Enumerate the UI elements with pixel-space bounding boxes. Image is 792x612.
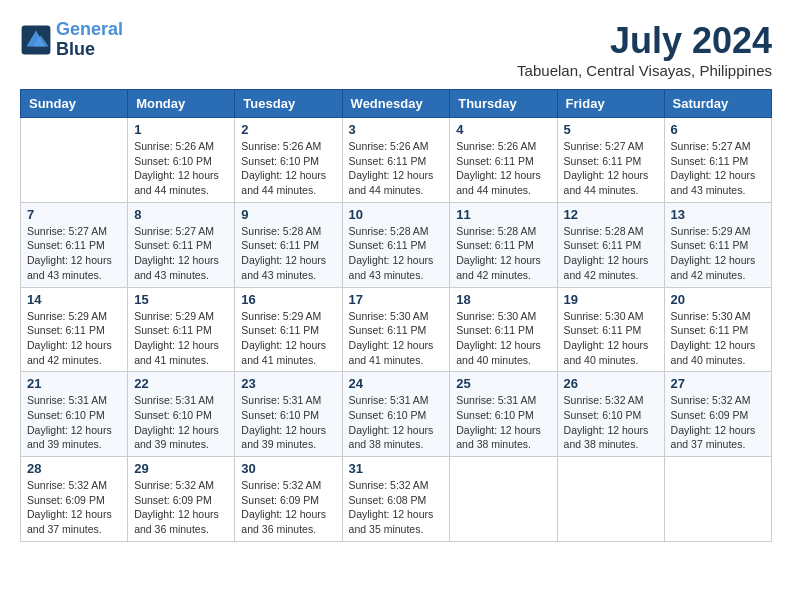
day-cell: 10Sunrise: 5:28 AM Sunset: 6:11 PM Dayli… [342, 202, 450, 287]
day-number: 23 [241, 376, 335, 391]
weekday-header-wednesday: Wednesday [342, 90, 450, 118]
logo-icon [20, 24, 52, 56]
day-info: Sunrise: 5:30 AM Sunset: 6:11 PM Dayligh… [564, 309, 658, 368]
day-info: Sunrise: 5:26 AM Sunset: 6:11 PM Dayligh… [349, 139, 444, 198]
day-info: Sunrise: 5:31 AM Sunset: 6:10 PM Dayligh… [349, 393, 444, 452]
day-info: Sunrise: 5:29 AM Sunset: 6:11 PM Dayligh… [671, 224, 765, 283]
title-block: July 2024 Tabuelan, Central Visayas, Phi… [517, 20, 772, 79]
week-row-4: 21Sunrise: 5:31 AM Sunset: 6:10 PM Dayli… [21, 372, 772, 457]
day-info: Sunrise: 5:28 AM Sunset: 6:11 PM Dayligh… [241, 224, 335, 283]
day-number: 6 [671, 122, 765, 137]
day-cell: 4Sunrise: 5:26 AM Sunset: 6:11 PM Daylig… [450, 118, 557, 203]
day-number: 3 [349, 122, 444, 137]
weekday-header-monday: Monday [128, 90, 235, 118]
day-info: Sunrise: 5:29 AM Sunset: 6:11 PM Dayligh… [134, 309, 228, 368]
day-info: Sunrise: 5:32 AM Sunset: 6:10 PM Dayligh… [564, 393, 658, 452]
day-cell: 25Sunrise: 5:31 AM Sunset: 6:10 PM Dayli… [450, 372, 557, 457]
weekday-header-friday: Friday [557, 90, 664, 118]
day-cell: 18Sunrise: 5:30 AM Sunset: 6:11 PM Dayli… [450, 287, 557, 372]
day-info: Sunrise: 5:31 AM Sunset: 6:10 PM Dayligh… [27, 393, 121, 452]
day-cell: 16Sunrise: 5:29 AM Sunset: 6:11 PM Dayli… [235, 287, 342, 372]
day-info: Sunrise: 5:32 AM Sunset: 6:09 PM Dayligh… [241, 478, 335, 537]
day-info: Sunrise: 5:26 AM Sunset: 6:10 PM Dayligh… [134, 139, 228, 198]
day-cell: 3Sunrise: 5:26 AM Sunset: 6:11 PM Daylig… [342, 118, 450, 203]
month-title: July 2024 [517, 20, 772, 62]
day-number: 19 [564, 292, 658, 307]
day-info: Sunrise: 5:29 AM Sunset: 6:11 PM Dayligh… [27, 309, 121, 368]
day-info: Sunrise: 5:27 AM Sunset: 6:11 PM Dayligh… [134, 224, 228, 283]
day-cell: 6Sunrise: 5:27 AM Sunset: 6:11 PM Daylig… [664, 118, 771, 203]
day-info: Sunrise: 5:32 AM Sunset: 6:08 PM Dayligh… [349, 478, 444, 537]
day-number: 29 [134, 461, 228, 476]
day-cell: 17Sunrise: 5:30 AM Sunset: 6:11 PM Dayli… [342, 287, 450, 372]
day-info: Sunrise: 5:30 AM Sunset: 6:11 PM Dayligh… [671, 309, 765, 368]
day-cell: 20Sunrise: 5:30 AM Sunset: 6:11 PM Dayli… [664, 287, 771, 372]
day-cell: 8Sunrise: 5:27 AM Sunset: 6:11 PM Daylig… [128, 202, 235, 287]
day-cell: 12Sunrise: 5:28 AM Sunset: 6:11 PM Dayli… [557, 202, 664, 287]
day-number: 15 [134, 292, 228, 307]
day-info: Sunrise: 5:32 AM Sunset: 6:09 PM Dayligh… [671, 393, 765, 452]
day-cell [664, 457, 771, 542]
day-number: 16 [241, 292, 335, 307]
day-number: 12 [564, 207, 658, 222]
day-cell: 31Sunrise: 5:32 AM Sunset: 6:08 PM Dayli… [342, 457, 450, 542]
week-row-3: 14Sunrise: 5:29 AM Sunset: 6:11 PM Dayli… [21, 287, 772, 372]
logo: General Blue [20, 20, 123, 60]
day-cell: 22Sunrise: 5:31 AM Sunset: 6:10 PM Dayli… [128, 372, 235, 457]
day-cell: 9Sunrise: 5:28 AM Sunset: 6:11 PM Daylig… [235, 202, 342, 287]
day-info: Sunrise: 5:31 AM Sunset: 6:10 PM Dayligh… [456, 393, 550, 452]
week-row-1: 1Sunrise: 5:26 AM Sunset: 6:10 PM Daylig… [21, 118, 772, 203]
day-info: Sunrise: 5:32 AM Sunset: 6:09 PM Dayligh… [134, 478, 228, 537]
day-number: 26 [564, 376, 658, 391]
day-number: 8 [134, 207, 228, 222]
day-number: 31 [349, 461, 444, 476]
weekday-header-saturday: Saturday [664, 90, 771, 118]
weekday-header-tuesday: Tuesday [235, 90, 342, 118]
day-info: Sunrise: 5:29 AM Sunset: 6:11 PM Dayligh… [241, 309, 335, 368]
day-info: Sunrise: 5:27 AM Sunset: 6:11 PM Dayligh… [564, 139, 658, 198]
day-number: 17 [349, 292, 444, 307]
day-number: 14 [27, 292, 121, 307]
day-cell: 1Sunrise: 5:26 AM Sunset: 6:10 PM Daylig… [128, 118, 235, 203]
day-number: 27 [671, 376, 765, 391]
day-number: 25 [456, 376, 550, 391]
day-number: 13 [671, 207, 765, 222]
day-cell [450, 457, 557, 542]
day-cell: 2Sunrise: 5:26 AM Sunset: 6:10 PM Daylig… [235, 118, 342, 203]
day-info: Sunrise: 5:31 AM Sunset: 6:10 PM Dayligh… [134, 393, 228, 452]
page-header: General Blue July 2024 Tabuelan, Central… [20, 20, 772, 79]
weekday-header-sunday: Sunday [21, 90, 128, 118]
day-cell: 26Sunrise: 5:32 AM Sunset: 6:10 PM Dayli… [557, 372, 664, 457]
day-info: Sunrise: 5:28 AM Sunset: 6:11 PM Dayligh… [456, 224, 550, 283]
day-cell: 15Sunrise: 5:29 AM Sunset: 6:11 PM Dayli… [128, 287, 235, 372]
day-number: 11 [456, 207, 550, 222]
day-info: Sunrise: 5:32 AM Sunset: 6:09 PM Dayligh… [27, 478, 121, 537]
day-number: 5 [564, 122, 658, 137]
day-info: Sunrise: 5:28 AM Sunset: 6:11 PM Dayligh… [564, 224, 658, 283]
day-info: Sunrise: 5:28 AM Sunset: 6:11 PM Dayligh… [349, 224, 444, 283]
weekday-header-row: SundayMondayTuesdayWednesdayThursdayFrid… [21, 90, 772, 118]
day-number: 30 [241, 461, 335, 476]
day-number: 28 [27, 461, 121, 476]
day-number: 1 [134, 122, 228, 137]
week-row-2: 7Sunrise: 5:27 AM Sunset: 6:11 PM Daylig… [21, 202, 772, 287]
day-number: 21 [27, 376, 121, 391]
day-cell: 19Sunrise: 5:30 AM Sunset: 6:11 PM Dayli… [557, 287, 664, 372]
day-cell: 13Sunrise: 5:29 AM Sunset: 6:11 PM Dayli… [664, 202, 771, 287]
day-info: Sunrise: 5:27 AM Sunset: 6:11 PM Dayligh… [27, 224, 121, 283]
day-info: Sunrise: 5:31 AM Sunset: 6:10 PM Dayligh… [241, 393, 335, 452]
day-cell: 14Sunrise: 5:29 AM Sunset: 6:11 PM Dayli… [21, 287, 128, 372]
day-number: 10 [349, 207, 444, 222]
day-cell: 23Sunrise: 5:31 AM Sunset: 6:10 PM Dayli… [235, 372, 342, 457]
day-cell: 21Sunrise: 5:31 AM Sunset: 6:10 PM Dayli… [21, 372, 128, 457]
logo-text: General Blue [56, 20, 123, 60]
day-number: 9 [241, 207, 335, 222]
day-cell [557, 457, 664, 542]
day-number: 2 [241, 122, 335, 137]
day-cell: 7Sunrise: 5:27 AM Sunset: 6:11 PM Daylig… [21, 202, 128, 287]
day-cell: 27Sunrise: 5:32 AM Sunset: 6:09 PM Dayli… [664, 372, 771, 457]
day-cell: 11Sunrise: 5:28 AM Sunset: 6:11 PM Dayli… [450, 202, 557, 287]
day-number: 4 [456, 122, 550, 137]
day-info: Sunrise: 5:26 AM Sunset: 6:10 PM Dayligh… [241, 139, 335, 198]
day-number: 22 [134, 376, 228, 391]
